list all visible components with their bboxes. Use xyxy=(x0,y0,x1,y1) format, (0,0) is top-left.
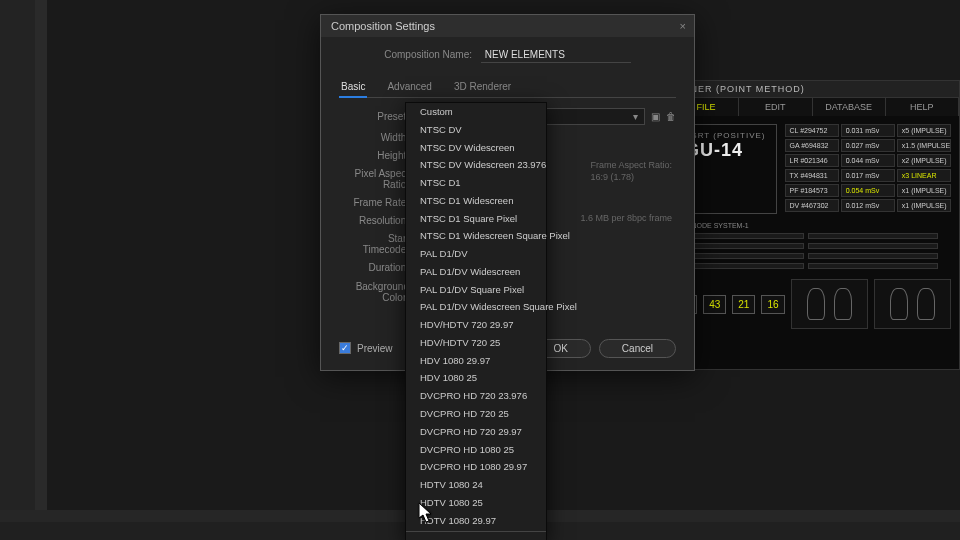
fui-cell: 0.054 mSv xyxy=(841,184,895,197)
fui-tab-edit[interactable]: EDIT xyxy=(739,98,812,116)
preset-option[interactable]: PAL D1/DV Widescreen xyxy=(406,263,546,281)
preset-option[interactable]: HDTV 1080 25 xyxy=(406,494,546,512)
fui-cell: x1 (IMPULSE) xyxy=(897,199,951,212)
tab-advanced[interactable]: Advanced xyxy=(385,77,433,97)
preset-option[interactable]: PAL D1/DV Widescreen Square Pixel xyxy=(406,298,546,316)
fui-cell: x1 (IMPULSE) xyxy=(897,184,951,197)
preset-option[interactable]: DVCPRO HD 1080 25 xyxy=(406,441,546,459)
preset-option[interactable]: NTSC DV Widescreen 23.976 xyxy=(406,156,546,174)
fui-data-grid: CL #2947520.031 mSvx5 (IMPULSE)GA #69483… xyxy=(785,124,952,214)
fui-cell: PF #184573 xyxy=(785,184,839,197)
fui-cell: GA #694832 xyxy=(785,139,839,152)
fui-panel: ANNER (POINT METHOD) < FILE EDIT DATABAS… xyxy=(665,80,960,370)
preset-option[interactable]: PAL D1/DV xyxy=(406,245,546,263)
fui-cell: x5 (IMPULSE) xyxy=(897,124,951,137)
fui-cell: 0.012 mSv xyxy=(841,199,895,212)
dialog-title-bar[interactable]: Composition Settings × xyxy=(321,15,694,37)
preset-option[interactable]: HDTV 1080 29.97 xyxy=(406,512,546,530)
cancel-button[interactable]: Cancel xyxy=(599,339,676,358)
fui-cell: TX #494831 xyxy=(785,169,839,182)
comp-name-label: Composition Name: xyxy=(384,49,472,60)
fui-num-4: 16 xyxy=(761,295,784,314)
preset-option[interactable]: HDV/HDTV 720 25 xyxy=(406,334,546,352)
comp-name-row: Composition Name: NEW ELEMENTS xyxy=(339,47,676,63)
preset-option[interactable]: NTSC DV Widescreen xyxy=(406,139,546,157)
preset-option[interactable]: NTSC DV xyxy=(406,121,546,139)
fui-num-2: 43 xyxy=(703,295,726,314)
frame-aspect-note: Frame Aspect Ratio: 16:9 (1.78) xyxy=(590,160,672,183)
preset-option[interactable]: HDV/HDTV 720 29.97 xyxy=(406,316,546,334)
fui-cell: CL #294752 xyxy=(785,124,839,137)
fui-thumbnail-1 xyxy=(791,279,868,329)
preset-option[interactable]: NTSC D1 Widescreen xyxy=(406,192,546,210)
fui-big-label: PSRT (POSITIVE) xyxy=(685,131,766,140)
fui-node-label: FB-A NODE SYSTEM-1 xyxy=(666,222,959,229)
fui-cell: x2 (IMPULSE) xyxy=(897,154,951,167)
resolution-note: 1.6 MB per 8bpc frame xyxy=(580,213,672,225)
preset-option[interactable]: DVCPRO HD 720 25 xyxy=(406,405,546,423)
preset-option[interactable]: PAL D1/DV Square Pixel xyxy=(406,281,546,299)
fui-bottom-row: 09 43 21 16 xyxy=(666,273,959,335)
preview-label: Preview xyxy=(357,343,393,354)
fui-cell: LR #021346 xyxy=(785,154,839,167)
left-panel-bg xyxy=(0,0,35,540)
preset-option[interactable]: Custom xyxy=(406,103,546,121)
fui-bars xyxy=(666,229,959,273)
fui-big-value: GU-14 xyxy=(685,140,766,161)
preset-option[interactable]: UHD 4K 23.976 xyxy=(406,534,546,540)
dropdown-separator xyxy=(406,531,546,532)
fui-num-3: 21 xyxy=(732,295,755,314)
preset-dropdown-list[interactable]: CustomNTSC DVNTSC DV WidescreenNTSC DV W… xyxy=(405,102,547,540)
comp-name-input[interactable]: NEW ELEMENTS xyxy=(481,47,631,63)
fui-tab-help[interactable]: HELP xyxy=(886,98,959,116)
fui-cell: x3 LINEAR xyxy=(897,169,951,182)
fui-cell: 0.044 mSv xyxy=(841,154,895,167)
preset-option[interactable]: HDTV 1080 24 xyxy=(406,476,546,494)
preset-option[interactable]: DVCPRO HD 720 23.976 xyxy=(406,387,546,405)
preset-option[interactable]: NTSC D1 Widescreen Square Pixel xyxy=(406,227,546,245)
dialog-title: Composition Settings xyxy=(331,20,435,32)
fui-cell: 0.031 mSv xyxy=(841,124,895,137)
preview-row: ✓ Preview xyxy=(339,342,393,354)
fui-main: PSRT (POSITIVE) GU-14 CL #2947520.031 mS… xyxy=(666,116,959,222)
fui-cell: DV #467302 xyxy=(785,199,839,212)
save-preset-icon[interactable]: ▣ xyxy=(651,111,660,122)
fui-tabs: < FILE EDIT DATABASE HELP xyxy=(666,98,959,116)
tab-3d-renderer[interactable]: 3D Renderer xyxy=(452,77,513,97)
fui-thumbnail-2 xyxy=(874,279,951,329)
preset-option[interactable]: NTSC D1 Square Pixel xyxy=(406,210,546,228)
preset-option[interactable]: DVCPRO HD 720 29.97 xyxy=(406,423,546,441)
fui-subtitle: ANNER (POINT METHOD) xyxy=(666,81,959,98)
fui-cell: 0.017 mSv xyxy=(841,169,895,182)
delete-preset-icon[interactable]: 🗑 xyxy=(666,111,676,122)
tab-basic[interactable]: Basic xyxy=(339,77,367,98)
close-icon[interactable]: × xyxy=(680,20,686,32)
fui-cell: 0.027 mSv xyxy=(841,139,895,152)
dialog-tabs: Basic Advanced 3D Renderer xyxy=(339,77,676,98)
preset-option[interactable]: DVCPRO HD 1080 29.97 xyxy=(406,458,546,476)
fui-tab-database[interactable]: DATABASE xyxy=(813,98,886,116)
dialog-buttons: OK Cancel xyxy=(530,339,676,358)
preset-option[interactable]: NTSC D1 xyxy=(406,174,546,192)
preview-checkbox[interactable]: ✓ xyxy=(339,342,351,354)
preset-option[interactable]: HDV 1080 29.97 xyxy=(406,352,546,370)
fui-cell: x1.5 (IMPULSE) xyxy=(897,139,951,152)
preset-option[interactable]: HDV 1080 25 xyxy=(406,369,546,387)
left-panel-bg2 xyxy=(35,0,47,540)
